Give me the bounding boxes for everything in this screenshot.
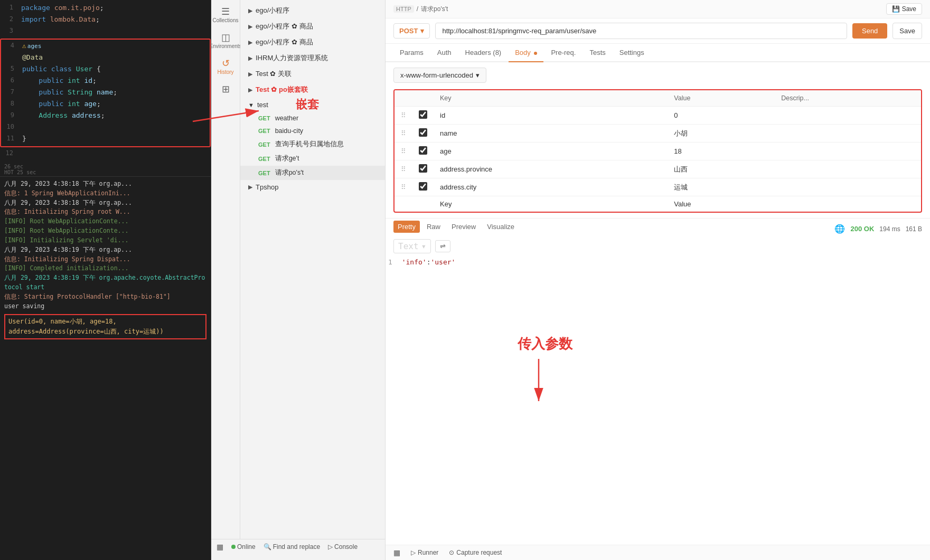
resp-tab-preview[interactable]: Preview xyxy=(447,221,480,233)
tab-params[interactable]: Params xyxy=(393,44,430,62)
result-box: User(id=0, name=小胡, age=18, address=Addr… xyxy=(4,314,206,339)
key-cell: id xyxy=(434,107,668,125)
save-icon: 💾 xyxy=(892,5,900,13)
coll-item-ego2[interactable]: ▶ ego/小程序 ✿ 商品 xyxy=(240,18,385,34)
code-line-5: 5 public class User { xyxy=(1,64,210,75)
wrap-btn[interactable]: ⇌ xyxy=(435,240,450,252)
coll-item-ego1[interactable]: ▶ ego/小程序 xyxy=(240,3,385,18)
coll-item-ihrm[interactable]: ▶ IHRM人力资源管理系统 xyxy=(240,50,385,66)
tab-headers[interactable]: Headers (8) xyxy=(459,44,508,62)
coll-label: ego/小程序 ✿ 商品 xyxy=(256,37,313,47)
drag-handle[interactable]: ⠿ xyxy=(394,160,412,178)
online-dot xyxy=(231,545,236,549)
coll-subitem-weather[interactable]: GET weather xyxy=(240,112,385,125)
url-bar: POST ▾ Send Save xyxy=(386,18,930,44)
desc-cell xyxy=(775,196,921,212)
sidebar-item-collections[interactable]: ☰ Collections xyxy=(211,3,240,27)
save-button-2[interactable]: Save xyxy=(893,23,922,39)
drag-handle[interactable]: ⠿ xyxy=(394,178,412,196)
drag-handle[interactable]: ⠿ xyxy=(394,107,412,125)
url-input[interactable] xyxy=(435,23,847,39)
coll-label: Test ✿ 关联 xyxy=(256,69,292,79)
empty-value-cell: Value xyxy=(668,196,775,212)
log-line-7: [INFO] Initializing Servlet 'di... xyxy=(4,236,206,245)
resp-tab-raw[interactable]: Raw xyxy=(422,221,445,233)
coll-item-ego3[interactable]: ▶ ego/小程序 ✿ 商品 xyxy=(240,34,385,50)
response-size: 161 B xyxy=(906,225,922,233)
drag-handle[interactable]: ⠿ xyxy=(394,125,412,143)
coll-label: Tpshop xyxy=(256,183,278,191)
text-format-select[interactable]: Text ▾ xyxy=(393,239,431,253)
get-badge: GET xyxy=(256,169,273,177)
coll-subitem-baidu-city[interactable]: GET baidu-city xyxy=(240,125,385,137)
drag-col-header xyxy=(394,90,412,107)
subitem-label: 请求ge't xyxy=(275,154,299,163)
checkbox-cell[interactable] xyxy=(412,160,434,178)
coll-subitem-get[interactable]: GET 请求ge't xyxy=(240,151,385,166)
sidebar-item-new[interactable]: ⊞ xyxy=(211,80,240,98)
body-type-select[interactable]: x-www-form-urlencoded ▾ xyxy=(393,68,486,83)
desc-col-header: Descrip... xyxy=(775,90,921,107)
drag-handle[interactable] xyxy=(394,196,412,212)
tab-auth[interactable]: Auth xyxy=(431,44,458,62)
find-replace-btn[interactable]: 🔍 Find and replace xyxy=(264,543,320,550)
online-indicator[interactable]: Online xyxy=(231,543,256,550)
bottom-icon-layout: ▦ xyxy=(217,543,223,551)
value-cell: 山西 xyxy=(668,160,775,178)
sidebar-item-environments[interactable]: ◫ Environments xyxy=(211,29,240,53)
checkbox-cell[interactable] xyxy=(412,143,434,160)
breadcrumb: HTTP / 请求po's't 💾 Save xyxy=(386,0,930,18)
log-line-10: [INFO] Completed initialization... xyxy=(4,264,206,273)
request-bottom-bar: ▦ ▷ Runner ⊙ Capture request xyxy=(386,545,930,560)
get-badge: GET xyxy=(256,155,273,163)
coll-subitem-post[interactable]: GET 请求po's't xyxy=(240,166,385,180)
log-line-13: user saving xyxy=(4,302,206,311)
subitem-label: baidu-city xyxy=(275,127,304,135)
console-btn[interactable]: ▷ Console xyxy=(328,543,358,550)
row-checkbox[interactable] xyxy=(419,182,427,191)
coll-item-tpshop[interactable]: ▶ Tpshop xyxy=(240,180,385,194)
checkbox-cell[interactable] xyxy=(412,125,434,143)
resp-line-num: 1 xyxy=(388,258,392,266)
coll-item-test1[interactable]: ▶ Test ✿ 关联 xyxy=(240,66,385,82)
tab-settings[interactable]: Settings xyxy=(613,44,651,62)
send-button[interactable]: Send xyxy=(852,23,887,39)
tab-tests[interactable]: Tests xyxy=(583,44,612,62)
row-checkbox[interactable] xyxy=(419,164,427,173)
sidebar-item-history[interactable]: ↺ History xyxy=(211,54,240,79)
arrow-icon: ▶ xyxy=(248,87,252,93)
tab-prereq[interactable]: Pre-req. xyxy=(544,44,582,62)
subitem-label: 查询手机号归属地信息 xyxy=(275,140,344,149)
coll-item-test2[interactable]: ▶ Test ✿ po嵌套联 xyxy=(240,82,385,98)
code-line-7: 7 public String name; xyxy=(1,87,210,99)
log-line-3: 八月 29, 2023 4:38:18 下午 org.ap... xyxy=(4,198,206,208)
arrow-icon: ▶ xyxy=(248,55,252,62)
coll-label: Test ✿ po嵌套联 xyxy=(256,85,308,94)
resp-tab-pretty[interactable]: Pretty xyxy=(393,221,420,233)
status-200-ok: 200 OK xyxy=(850,225,874,233)
log-line-12: 信息: Starting ProtocolHandler ["http-bio-… xyxy=(4,292,206,302)
capture-btn[interactable]: ⊙ Capture request xyxy=(449,549,502,556)
coll-item-test-main[interactable]: ▼ test xyxy=(240,98,385,112)
key-cell: age xyxy=(434,143,668,160)
save-button[interactable]: 💾 Save xyxy=(886,3,922,15)
collections-icon: ☰ xyxy=(221,7,230,16)
runner-btn[interactable]: ▷ Runner xyxy=(411,549,438,556)
checkbox-cell[interactable] xyxy=(412,107,434,125)
row-checkbox[interactable] xyxy=(419,146,427,155)
chevron-down-icon: ▾ xyxy=(420,27,424,35)
table-row: ⠿ id 0 xyxy=(394,107,921,125)
coll-subitem-phone[interactable]: GET 查询手机号归属地信息 xyxy=(240,137,385,151)
tab-body[interactable]: Body xyxy=(509,44,543,62)
resp-tab-visualize[interactable]: Visualize xyxy=(483,221,519,233)
checkbox-cell[interactable] xyxy=(412,178,434,196)
table-row: Key Value xyxy=(394,196,921,212)
resp-value: 'user' xyxy=(430,258,455,266)
breadcrumb-name: 请求po's't xyxy=(421,5,448,14)
row-checkbox[interactable] xyxy=(419,128,427,137)
coll-label: ego/小程序 ✿ 商品 xyxy=(256,22,313,31)
method-select[interactable]: POST ▾ xyxy=(393,23,430,39)
row-checkbox[interactable] xyxy=(419,110,427,119)
console-area: 八月 29, 2023 4:38:18 下午 org.ap... 信息: 1 S… xyxy=(0,176,211,403)
drag-handle[interactable]: ⠿ xyxy=(394,143,412,160)
